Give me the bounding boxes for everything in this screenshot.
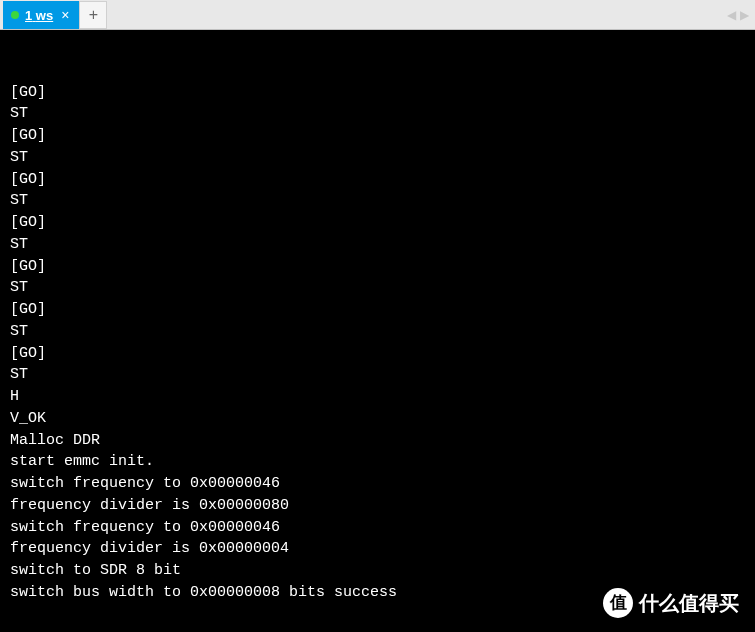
status-dot-icon xyxy=(11,11,19,19)
tab-next-icon[interactable]: ▶ xyxy=(740,8,749,22)
terminal-line: start emmc init. xyxy=(10,451,745,473)
close-icon[interactable]: × xyxy=(59,8,71,22)
terminal-line: frequency divider is 0x00000080 xyxy=(10,495,745,517)
terminal-lines: [GO]ST[GO]ST[GO]ST[GO]ST[GO]ST[GO]ST[GO]… xyxy=(10,82,745,604)
terminal-line: switch bus width to 0x00000008 bits succ… xyxy=(10,582,745,604)
terminal-line: V_OK xyxy=(10,408,745,430)
add-tab-button[interactable]: + xyxy=(79,1,107,29)
terminal-line: [GO] xyxy=(10,343,745,365)
tab-prev-icon[interactable]: ◀ xyxy=(727,8,736,22)
terminal-line: [GO] xyxy=(10,125,745,147)
terminal-line: ST xyxy=(10,190,745,212)
terminal-line: H xyxy=(10,386,745,408)
tab-label: 1 ws xyxy=(25,8,53,23)
tab-nav: ◀ ▶ xyxy=(727,0,749,30)
tab-active[interactable]: 1 ws × xyxy=(3,1,79,29)
terminal-line: switch frequency to 0x00000046 xyxy=(10,473,745,495)
terminal-line: switch to SDR 8 bit xyxy=(10,560,745,582)
terminal-line: [GO] xyxy=(10,256,745,278)
terminal-line: ST xyxy=(10,234,745,256)
terminal-line: switch frequency to 0x00000046 xyxy=(10,517,745,539)
terminal-line: ST xyxy=(10,103,745,125)
terminal-line: ST xyxy=(10,147,745,169)
terminal-line: [GO] xyxy=(10,169,745,191)
terminal-line: frequency divider is 0x00000004 xyxy=(10,538,745,560)
tab-bar: 1 ws × + ◀ ▶ xyxy=(0,0,755,30)
terminal-line: [GO] xyxy=(10,82,745,104)
terminal-output[interactable]: [GO]ST[GO]ST[GO]ST[GO]ST[GO]ST[GO]ST[GO]… xyxy=(0,30,755,632)
terminal-line: Malloc DDR xyxy=(10,430,745,452)
terminal-line: [GO] xyxy=(10,299,745,321)
terminal-line: ST xyxy=(10,277,745,299)
terminal-line: ST xyxy=(10,364,745,386)
terminal-line: ST xyxy=(10,321,745,343)
terminal-line: [GO] xyxy=(10,212,745,234)
